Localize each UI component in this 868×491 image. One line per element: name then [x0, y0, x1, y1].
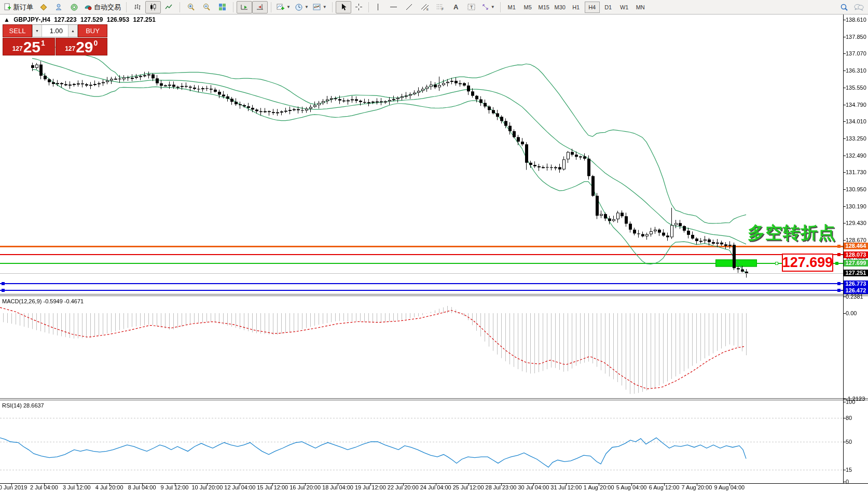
trendline-icon [405, 3, 413, 11]
timeframe-h4[interactable]: H4 [585, 2, 600, 13]
text-button[interactable]: A [448, 1, 464, 13]
timeframe-group: M1M5M15M30H1H4D1W1MN [502, 1, 650, 14]
toolbar-separator [233, 2, 233, 12]
time-axis-label: 12 Jul 04:00 [224, 484, 255, 490]
auto-scroll-icon [240, 3, 249, 11]
turning-point-annotation: 多空转折点 [748, 221, 836, 245]
line-chart-button[interactable] [161, 1, 176, 13]
toolbar-separator [271, 2, 271, 12]
price-tick-label: 131.730 [846, 169, 866, 175]
autotrading-icon [84, 3, 92, 11]
rsi-axis-label: 15 [846, 467, 852, 473]
bar-chart-button[interactable] [130, 1, 145, 13]
zoom-out-button[interactable] [199, 1, 214, 13]
timeframe-mn[interactable]: MN [633, 2, 648, 13]
timeframe-m30[interactable]: M30 [553, 2, 568, 13]
profiles-button[interactable] [51, 1, 66, 13]
sell-price[interactable]: 127 25 1 [3, 38, 55, 55]
signal-icon [71, 3, 78, 11]
sell-price-pip: 1 [41, 39, 45, 47]
dropdown-arrow-icon: ▼ [286, 5, 291, 9]
timeframe-w1[interactable]: W1 [617, 2, 632, 13]
fibonacci-icon: F [436, 3, 445, 11]
collapse-marker-icon: ▲ [4, 16, 10, 23]
time-axis-label: 16 Jul 20:00 [290, 484, 321, 490]
chat-icon[interactable] [853, 3, 864, 11]
crosshair-button[interactable] [351, 1, 367, 13]
autotrading-label: 自动交易 [94, 3, 121, 12]
text-label-button[interactable]: T [464, 1, 479, 13]
time-axis-label: 22 Jul 20:00 [388, 484, 419, 490]
time-axis-label: 1 Aug 20:00 [584, 484, 614, 490]
horizontal-line-button[interactable] [386, 1, 402, 13]
volume-down-button[interactable]: ▼ [33, 25, 42, 37]
toolbar-group-chart-type [128, 1, 178, 14]
toolbar-group-trade: 新订单 自动交易 [0, 1, 125, 14]
horizontal-line-icon [390, 4, 397, 10]
one-click-trading-panel: SELL ▼ 1.00 ▲ BUY 127 25 1 127 29 0 [3, 24, 107, 55]
chart-surface[interactable] [0, 0, 868, 491]
signals-button[interactable] [66, 1, 82, 13]
buy-button[interactable]: BUY [78, 24, 107, 37]
auto-scroll-button[interactable] [237, 1, 252, 13]
bar-chart-icon [134, 3, 142, 11]
line-chart-icon [165, 3, 173, 11]
symbol-name: GBPJPY-,H4 [13, 16, 50, 23]
price-tag: 126.773 [844, 280, 868, 287]
rsi-axis-label: 50 [846, 439, 852, 445]
sell-button[interactable]: SELL [3, 24, 32, 37]
time-axis-label: 30 Jun 2019 [0, 484, 27, 490]
ohlc-close: 127.251 [133, 16, 155, 23]
vertical-line-button[interactable] [370, 1, 386, 13]
price-tick-label: 132.490 [846, 152, 866, 159]
templates-button[interactable]: ▼ [311, 1, 329, 13]
macd-axis-label: 0.00 [846, 310, 857, 316]
timeframe-m5[interactable]: M5 [520, 2, 535, 13]
time-axis-label: 19 Jul 12:00 [355, 484, 386, 490]
price-tick-label: 134.010 [846, 118, 866, 124]
price-tag: 128.464 [844, 243, 868, 249]
periods-button[interactable]: ▼ [293, 1, 311, 13]
market-watch-button[interactable] [35, 1, 51, 13]
symbol-info-bar[interactable]: ▲ GBPJPY-,H4 127.223 127.529 126.953 127… [4, 16, 158, 23]
time-axis-label: 7 Aug 20:00 [682, 484, 712, 490]
toolbar-separator [368, 2, 369, 12]
text-icon: A [453, 4, 458, 10]
price-tick-label: 137.850 [846, 34, 866, 40]
chart-shift-button[interactable] [252, 1, 268, 13]
price-tick-label: 138.610 [846, 17, 866, 23]
time-axis-label: 18 Jul 04:00 [322, 484, 353, 490]
timeframe-m1[interactable]: M1 [504, 2, 519, 13]
time-axis-label: 2 Jul 04:00 [30, 484, 58, 490]
volume-up-button[interactable]: ▲ [68, 25, 77, 37]
buy-price[interactable]: 127 29 0 [56, 38, 108, 55]
tile-windows-button[interactable] [214, 1, 230, 13]
fibonacci-button[interactable]: F [433, 1, 448, 13]
indicators-button[interactable]: ▼ [274, 1, 293, 13]
timeframe-d1[interactable]: D1 [601, 2, 616, 13]
time-axis-label: 5 Aug 04:00 [616, 484, 647, 490]
volume-input[interactable]: 1.00 [42, 25, 68, 37]
rsi-axis-label: 100 [846, 399, 855, 405]
trendline-button[interactable] [402, 1, 417, 13]
arrows-button[interactable]: ▼ [479, 1, 497, 13]
timeframe-h1[interactable]: H1 [569, 2, 584, 13]
cursor-button[interactable] [336, 1, 351, 13]
toolbar-group-objects: E F A T ▼ [334, 1, 499, 14]
macd-value: -0.5949 [43, 298, 62, 304]
candlestick-chart-button[interactable] [145, 1, 161, 13]
time-axis-label: 9 Jul 12:00 [161, 484, 189, 490]
toolbar-right [840, 3, 868, 11]
autotrading-button[interactable]: 自动交易 [82, 1, 123, 13]
new-order-button[interactable]: 新订单 [2, 1, 35, 13]
zoom-in-button[interactable] [183, 1, 199, 13]
channel-button[interactable]: E [417, 1, 433, 13]
toolbar-separator [332, 2, 333, 12]
price-tag: 126.472 [844, 287, 868, 294]
search-icon[interactable] [840, 3, 848, 11]
timeframe-m15[interactable]: M15 [536, 2, 552, 13]
time-axis-label: 24 Jul 04:00 [420, 484, 451, 490]
time-axis-label: 31 Jul 12:00 [550, 484, 582, 490]
vertical-line-icon [375, 3, 381, 11]
sell-price-big: 25 [23, 40, 40, 54]
